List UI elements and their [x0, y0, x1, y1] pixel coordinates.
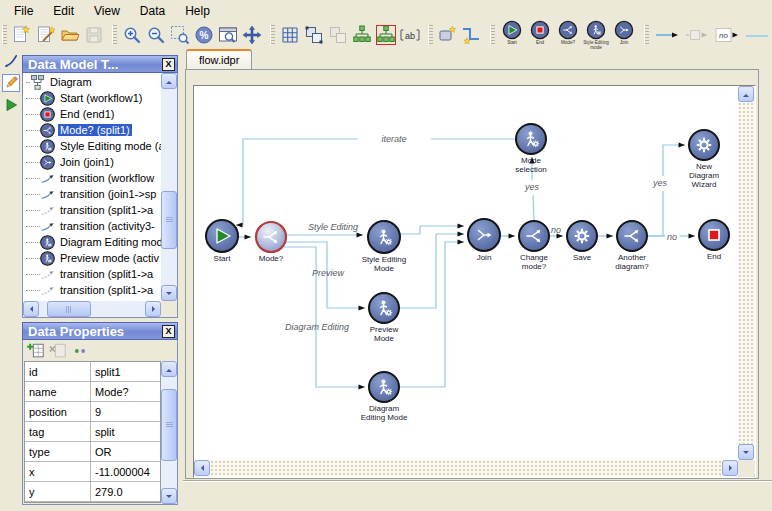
- ungroup-button[interactable]: [327, 24, 349, 46]
- tree-vscrollbar[interactable]: [161, 73, 177, 301]
- data-model-tree-title-bar[interactable]: Data Model T... X: [22, 55, 178, 73]
- edge-another-to-wizard-a[interactable]: [648, 191, 663, 236]
- tree-item[interactable]: transition (join1->sp: [24, 186, 161, 202]
- diagram-canvas[interactable]: iterateStyle EditingPreviewDiagram Editi…: [194, 86, 738, 460]
- property-row[interactable]: x-11.000004: [25, 462, 160, 482]
- toolbar-grip[interactable]: [270, 25, 275, 45]
- menu-file[interactable]: File: [4, 1, 43, 21]
- insert-shape-button[interactable]: [437, 24, 459, 46]
- layout-tree-button[interactable]: [351, 24, 373, 46]
- property-row[interactable]: typeOR: [25, 442, 160, 462]
- node-save[interactable]: Save: [567, 221, 597, 262]
- node-join-button[interactable]: Join: [611, 20, 637, 49]
- edge-preview-to-join[interactable]: [400, 234, 464, 308]
- property-row[interactable]: idsplit1: [25, 362, 160, 382]
- delete-property-button[interactable]: [48, 341, 68, 360]
- tree-item[interactable]: transition (activity3-: [24, 218, 161, 234]
- scroll-up-icon[interactable]: [161, 73, 177, 89]
- property-value[interactable]: split: [91, 422, 160, 441]
- tree-item[interactable]: transition (split1->a: [24, 202, 161, 218]
- node-start[interactable]: Start: [206, 220, 238, 263]
- tree-item[interactable]: Mode? (split1): [24, 122, 161, 138]
- scroll-right-icon[interactable]: [722, 460, 738, 476]
- menu-edit[interactable]: Edit: [43, 1, 84, 21]
- transition-plain-button[interactable]: [743, 24, 771, 46]
- data-properties-title-bar[interactable]: Data Properties X: [22, 322, 178, 340]
- tree-item[interactable]: Join (join1): [24, 154, 161, 170]
- node-end[interactable]: End: [699, 220, 729, 261]
- tree-item[interactable]: Diagram Editing mod: [24, 234, 161, 250]
- toolbar-grip[interactable]: [428, 25, 433, 45]
- node-preview-mode[interactable]: PreviewMode: [369, 293, 399, 343]
- node-change-mode[interactable]: Changemode?: [519, 221, 549, 271]
- node-start-button[interactable]: Start: [499, 20, 525, 49]
- group-button[interactable]: [303, 24, 325, 46]
- node-mode-selection[interactable]: Modeselection: [515, 124, 547, 174]
- transition-labeled-button[interactable]: [683, 24, 711, 46]
- scroll-down-icon[interactable]: [161, 488, 177, 504]
- properties-vscrollbar[interactable]: [161, 361, 177, 504]
- insert-connector-button[interactable]: [461, 24, 483, 46]
- tab-flow-idpr[interactable]: flow.idpr: [186, 49, 252, 69]
- node-join[interactable]: Join: [468, 219, 500, 262]
- tree-item[interactable]: Start (workflow1): [24, 90, 161, 106]
- scrollbar-thumb[interactable]: [161, 389, 177, 461]
- property-value[interactable]: Mode?: [91, 382, 160, 401]
- label-tool-button[interactable]: ab: [399, 24, 421, 46]
- node-end-button[interactable]: End: [527, 20, 553, 49]
- property-row[interactable]: position9: [25, 402, 160, 422]
- scroll-down-icon[interactable]: [738, 444, 754, 460]
- property-row[interactable]: nameMode?: [25, 382, 160, 402]
- tree-item[interactable]: transition (split1->a: [24, 266, 161, 282]
- toolbar-grip[interactable]: [112, 25, 117, 45]
- tree-item[interactable]: Diagram: [24, 74, 161, 90]
- menu-data[interactable]: Data: [130, 1, 175, 21]
- tree-item[interactable]: Preview mode (activ: [24, 250, 161, 266]
- pen-tool-button[interactable]: [2, 52, 20, 70]
- scroll-up-icon[interactable]: [161, 361, 177, 377]
- pan-button[interactable]: [241, 24, 263, 46]
- run-tool-button[interactable]: [2, 96, 20, 114]
- transition-button[interactable]: [653, 24, 681, 46]
- edge-iterate-b[interactable]: [236, 139, 358, 225]
- tree-item[interactable]: End (end1): [24, 106, 161, 122]
- transition-no-button[interactable]: no: [713, 24, 741, 46]
- add-property-button[interactable]: [26, 341, 46, 360]
- node-mode[interactable]: Mode?: [256, 222, 286, 263]
- toolbar-grip[interactable]: [644, 25, 649, 45]
- tree-item[interactable]: transition (workflow: [24, 170, 161, 186]
- overview-button[interactable]: [217, 24, 239, 46]
- toolbar-grip[interactable]: [2, 25, 7, 45]
- zoom-percent-button[interactable]: %: [193, 24, 215, 46]
- property-row[interactable]: tagsplit: [25, 422, 160, 442]
- edge-styleediting-to-join[interactable]: [401, 226, 464, 234]
- zoom-region-button[interactable]: [169, 24, 191, 46]
- property-row[interactable]: y279.0: [25, 482, 160, 502]
- open-button[interactable]: [59, 24, 81, 46]
- save-button[interactable]: [83, 24, 105, 46]
- menu-help[interactable]: Help: [175, 1, 220, 21]
- scroll-up-icon[interactable]: [738, 86, 754, 102]
- grid-button[interactable]: [279, 24, 301, 46]
- edge-another-to-wizard-b[interactable]: [663, 145, 685, 176]
- scroll-left-icon[interactable]: [194, 460, 210, 476]
- new-diagram-button[interactable]: [11, 24, 33, 46]
- canvas-hscrollbar[interactable]: [194, 460, 738, 477]
- menu-view[interactable]: View: [84, 1, 130, 21]
- node-new-diagram-wizard[interactable]: NewDiagramWizard: [689, 130, 720, 189]
- property-value[interactable]: 279.0: [91, 482, 160, 501]
- tree-item[interactable]: transition (split1->a: [24, 282, 161, 298]
- property-value[interactable]: 9: [91, 402, 160, 421]
- scroll-right-icon[interactable]: [145, 301, 161, 317]
- scrollbar-thumb[interactable]: [47, 301, 91, 317]
- pencil-tool-button[interactable]: [2, 74, 20, 92]
- node-another-diagram[interactable]: Anotherdiagram?: [615, 221, 649, 271]
- tree-item[interactable]: Style Editing mode (a: [24, 138, 161, 154]
- node-split-button[interactable]: Mode?: [555, 20, 581, 49]
- toolbar-grip[interactable]: [490, 25, 495, 45]
- property-value[interactable]: OR: [91, 442, 160, 461]
- zoom-in-button[interactable]: [121, 24, 143, 46]
- tree-hscrollbar[interactable]: [23, 301, 161, 317]
- wizard-button[interactable]: [35, 24, 57, 46]
- edge-diagramediting-to-join[interactable]: [400, 242, 464, 387]
